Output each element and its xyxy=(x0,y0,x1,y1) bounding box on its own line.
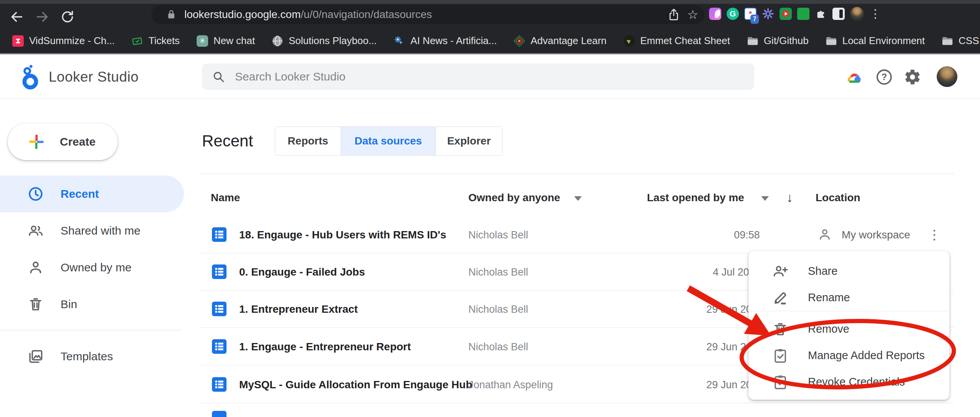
trash-icon xyxy=(772,321,788,337)
browser-menu-icon[interactable]: ⋮ xyxy=(869,8,882,20)
bookmark-new-chat[interactable]: ✳ New chat xyxy=(197,35,255,47)
data-source-icon xyxy=(212,339,227,354)
browser-reload-button[interactable] xyxy=(59,8,76,25)
browser-tab-strip xyxy=(0,0,980,4)
help-icon[interactable]: ? xyxy=(875,68,893,86)
bookmark-star-icon[interactable]: ☆ xyxy=(687,8,698,21)
browser-forward-button[interactable] xyxy=(34,8,51,25)
diamond-icon xyxy=(514,35,525,47)
bookmark-advantage-learn[interactable]: Advantage Learn xyxy=(514,35,606,47)
pencil-icon xyxy=(772,290,788,306)
bookmarks-bar: ⧗ VidSummize - Ch... Tickets ✳ New chat … xyxy=(0,28,980,54)
data-source-name[interactable]: 1. Entrepreneur Extract xyxy=(239,303,358,315)
looker-studio-logo-icon[interactable] xyxy=(21,64,40,90)
person-add-icon xyxy=(772,263,788,279)
product-name[interactable]: Looker Studio xyxy=(49,69,139,85)
bookmark-tickets[interactable]: Tickets xyxy=(131,35,179,47)
folder-icon xyxy=(826,35,837,47)
browser-profile-avatar[interactable] xyxy=(850,7,864,21)
owner-filter-caret-icon[interactable] xyxy=(574,196,582,201)
column-header-last-opened[interactable]: Last opened by me xyxy=(647,192,744,204)
extension-notes-icon[interactable]: *7 xyxy=(744,8,757,20)
extension-starburst-icon[interactable] xyxy=(762,8,774,20)
column-header-location: Location xyxy=(816,192,860,204)
people-icon xyxy=(28,223,44,239)
last-opened-value: 29 Jun 20 xyxy=(706,379,752,391)
sidebar-item-recent[interactable]: Recent xyxy=(0,176,184,212)
clock-icon xyxy=(28,186,44,202)
lock-icon xyxy=(167,9,176,20)
settings-gear-icon[interactable] xyxy=(904,68,921,86)
last-opened-filter-caret-icon[interactable] xyxy=(761,196,769,201)
extensions-puzzle-icon[interactable] xyxy=(815,8,827,20)
data-source-icon xyxy=(212,377,227,392)
data-source-owner: Nicholas Bell xyxy=(468,266,528,278)
extension-video-icon[interactable] xyxy=(780,8,792,20)
workspace-person-icon xyxy=(817,227,832,242)
extension-badge: 7 xyxy=(750,15,759,24)
sidebar-item-owned-by-me[interactable]: Owned by me xyxy=(0,249,184,286)
create-button[interactable]: Create xyxy=(8,123,118,160)
menu-item-rename[interactable]: Rename xyxy=(749,284,949,311)
data-source-icon xyxy=(212,302,227,316)
data-source-owner: Nicholas Bell xyxy=(468,304,528,315)
app-header: Looker Studio Search Looker Studio ? xyxy=(0,54,980,99)
google-cloud-icon[interactable] xyxy=(845,69,862,87)
row-overflow-menu-icon[interactable]: ⋮ xyxy=(926,224,943,245)
data-source-name[interactable]: 18. Engauge - Hub Users with REMS ID's xyxy=(239,229,446,241)
data-source-owner: Jonathan Aspeling xyxy=(468,379,553,391)
bookmark-vidsummize[interactable]: ⧗ VidSummize - Ch... xyxy=(12,35,115,47)
sort-direction-icon[interactable]: ↓ xyxy=(786,190,793,205)
bookmark-folder-css[interactable]: CSS xyxy=(942,35,979,47)
url-host: lookerstudio.google.com xyxy=(184,8,301,20)
bookmark-solutions-playbook[interactable]: Solutions Playboo... xyxy=(272,35,377,47)
search-input[interactable]: Search Looker Studio xyxy=(202,64,754,90)
data-source-name[interactable]: MySQL - Guide Allocation From Engauge Hu… xyxy=(239,379,472,391)
menu-item-share[interactable]: Share xyxy=(749,258,949,284)
browser-back-button[interactable] xyxy=(8,8,25,25)
tab-reports[interactable]: Reports xyxy=(275,127,341,155)
sidebar-item-label: Shared with me xyxy=(61,224,140,237)
bookmark-folder-git[interactable]: Git/Github xyxy=(747,35,809,47)
last-opened-value: 29 Jun 2 xyxy=(706,341,746,353)
data-source-icon xyxy=(212,411,227,417)
data-source-name[interactable]: 0. Engauge - Failed Jobs xyxy=(239,266,365,278)
screen: lookerstudio.google.com/u/0/navigation/d… xyxy=(0,0,980,417)
data-source-owner: Nicholas Bell xyxy=(468,229,528,241)
side-panel-icon[interactable] xyxy=(832,8,845,20)
extension-green-icon[interactable] xyxy=(797,8,809,20)
location-value: My workspace xyxy=(842,229,910,241)
menu-item-revoke-credentials[interactable]: Revoke Credentials xyxy=(749,369,949,395)
svg-text:?: ? xyxy=(882,72,887,82)
table-top-divider xyxy=(199,174,954,174)
data-source-icon xyxy=(212,227,227,242)
url-text: lookerstudio.google.com/u/0/navigation/d… xyxy=(184,8,432,21)
create-button-label: Create xyxy=(60,135,95,148)
user-avatar[interactable] xyxy=(937,66,957,87)
last-opened-value: 4 Jul 20 xyxy=(713,266,749,278)
address-bar[interactable]: lookerstudio.google.com/u/0/navigation/d… xyxy=(151,5,704,24)
share-icon[interactable] xyxy=(668,8,680,21)
menu-item-manage-added-reports[interactable]: Manage Added Reports xyxy=(749,342,949,369)
sidebar-item-label: Bin xyxy=(61,298,77,311)
tab-data-sources[interactable]: Data sources xyxy=(341,127,435,155)
column-header-owner[interactable]: Owned by anyone xyxy=(468,192,560,204)
search-icon xyxy=(212,70,225,83)
bookmark-folder-local-env[interactable]: Local Environment xyxy=(826,35,925,47)
data-source-name[interactable]: 1. Engauge - Entrepreneur Report xyxy=(239,341,411,353)
bookmark-ai-news[interactable]: AI News - Artificia... xyxy=(394,35,497,47)
sidebar-item-bin[interactable]: Bin xyxy=(0,286,184,323)
emmet-icon xyxy=(624,35,635,47)
sidebar-item-shared-with-me[interactable]: Shared with me xyxy=(0,212,184,249)
sidebar-item-templates[interactable]: Templates xyxy=(0,338,184,375)
extension-grammarly-icon[interactable]: G xyxy=(727,8,739,20)
data-source-icon xyxy=(212,264,227,279)
extension-p-icon[interactable] xyxy=(709,8,721,20)
sidebar-divider xyxy=(0,330,182,330)
tab-explorer[interactable]: Explorer xyxy=(435,127,502,155)
bookmark-emmet[interactable]: Emmet Cheat Sheet xyxy=(624,35,730,47)
person-icon xyxy=(28,259,44,276)
menu-item-remove[interactable]: Remove xyxy=(749,316,949,342)
data-source-owner: Nicholas Bell xyxy=(468,341,528,353)
table-row[interactable]: 18. Engauge - Hub Users with REMS ID's N… xyxy=(199,216,954,253)
